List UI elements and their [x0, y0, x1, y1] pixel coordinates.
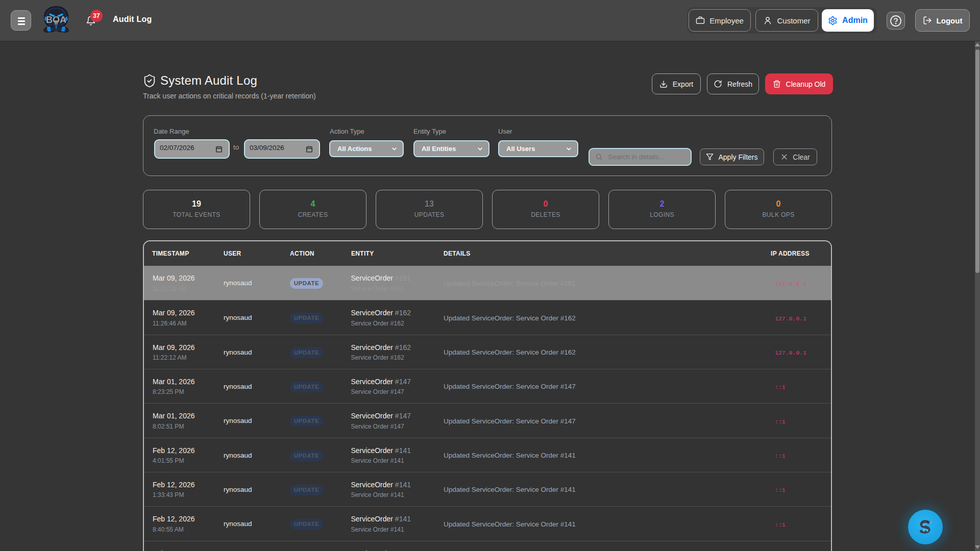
svg-text:BOA: BOA	[46, 15, 66, 25]
